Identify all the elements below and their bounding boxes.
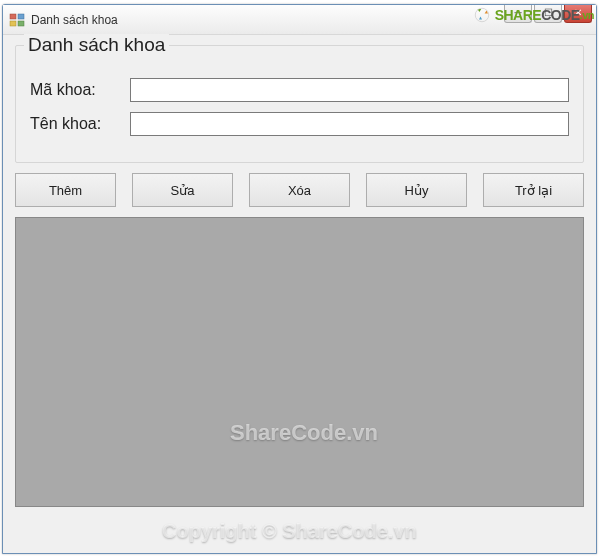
label-ma-khoa: Mã khoa:	[30, 81, 130, 99]
recycle-icon	[473, 6, 491, 24]
watermark-logo-vn: .vn	[580, 9, 594, 21]
input-ma-khoa[interactable]	[130, 78, 569, 102]
sua-button[interactable]: Sửa	[132, 173, 233, 207]
watermark-logo-code: CODE	[541, 7, 579, 23]
xoa-button[interactable]: Xóa	[249, 173, 350, 207]
app-window: Danh sách khoa ─ ☐ ✕ Danh sách khoa Mã k…	[2, 4, 597, 554]
groupbox-danh-sach-khoa: Danh sách khoa Mã khoa: Tên khoa:	[15, 45, 584, 163]
data-grid[interactable]	[15, 217, 584, 507]
input-ten-khoa[interactable]	[130, 112, 569, 136]
watermark-logo: SHARECODE.vn	[473, 6, 594, 24]
tro-lai-button[interactable]: Trở lại	[483, 173, 584, 207]
row-ten-khoa: Tên khoa:	[30, 112, 569, 136]
huy-button[interactable]: Hủy	[366, 173, 467, 207]
svg-rect-2	[10, 21, 16, 26]
svg-rect-3	[18, 21, 24, 26]
app-icon	[9, 12, 25, 28]
button-row: Thêm Sửa Xóa Hủy Trở lại	[15, 173, 584, 207]
svg-point-4	[475, 8, 489, 22]
watermark-logo-share: SHARE	[495, 7, 542, 23]
watermark-text-2: Copyright © ShareCode.vn	[162, 520, 417, 543]
row-ma-khoa: Mã khoa:	[30, 78, 569, 102]
svg-rect-1	[18, 14, 24, 19]
window-title: Danh sách khoa	[31, 13, 118, 27]
watermark-text-1: ShareCode.vn	[230, 420, 378, 446]
them-button[interactable]: Thêm	[15, 173, 116, 207]
svg-rect-0	[10, 14, 16, 19]
groupbox-legend: Danh sách khoa	[24, 34, 169, 56]
client-area: Danh sách khoa Mã khoa: Tên khoa: Thêm S…	[3, 35, 596, 553]
label-ten-khoa: Tên khoa:	[30, 115, 130, 133]
